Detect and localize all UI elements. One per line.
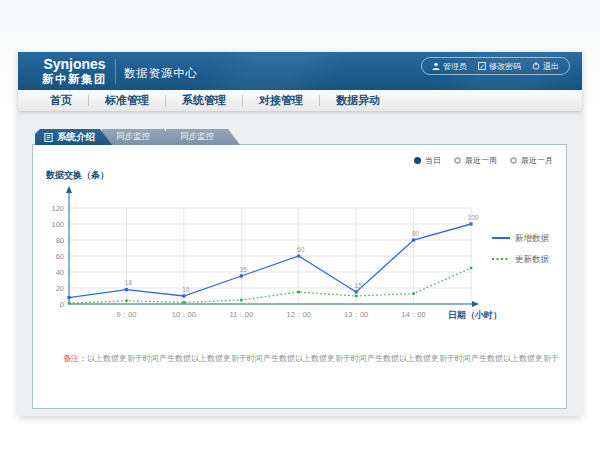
svg-text:0: 0 bbox=[60, 300, 64, 309]
change-password-button[interactable]: 修改密码 bbox=[478, 61, 521, 72]
power-icon bbox=[532, 62, 540, 70]
user-menu: 管理员 修改密码 退出 bbox=[421, 57, 570, 75]
tab-sync-monitor-2[interactable]: 同步监控 bbox=[166, 129, 240, 145]
footnote: 备注：以上数据更新于时间产生数据以上数据更新于时间产生数据以上数据更新于时间产生… bbox=[63, 353, 559, 364]
edit-icon bbox=[478, 62, 486, 70]
brand-logo-cn: 新中新集团 bbox=[42, 73, 107, 85]
nav-item-integration-mgmt[interactable]: 对接管理 bbox=[243, 93, 319, 108]
svg-text:40: 40 bbox=[56, 268, 64, 277]
app-window: Synjones 新中新集团 数据资源中心 管理员 修改密码 退出 bbox=[18, 52, 582, 416]
svg-text:日期（小时）: 日期（小时） bbox=[448, 310, 502, 320]
svg-text:60: 60 bbox=[297, 246, 305, 253]
svg-text:10：00: 10：00 bbox=[172, 310, 196, 319]
svg-text:11：00: 11：00 bbox=[229, 310, 253, 319]
document-icon bbox=[44, 133, 53, 142]
svg-text:18: 18 bbox=[125, 279, 133, 286]
svg-text:100: 100 bbox=[51, 220, 64, 229]
header-divider bbox=[115, 59, 116, 84]
brand-logo-en: Synjones bbox=[42, 57, 107, 71]
svg-text:10: 10 bbox=[182, 286, 190, 293]
svg-text:20: 20 bbox=[56, 284, 64, 293]
svg-text:新增数据: 新增数据 bbox=[515, 233, 550, 243]
chart-panel: 当日 最近一周 最近一月 数据交换（条） 0204060801001209：00… bbox=[32, 144, 567, 409]
time-filter-last-week[interactable]: 最近一周 bbox=[454, 155, 497, 166]
time-filter-group: 当日 最近一周 最近一月 bbox=[414, 155, 553, 166]
nav-item-data-change[interactable]: 数据异动 bbox=[320, 93, 396, 108]
content-area: 系统介绍 同步监控 同步监控 当日 最近一周 bbox=[18, 112, 582, 416]
user-icon bbox=[432, 62, 440, 70]
svg-text:13：00: 13：00 bbox=[344, 310, 368, 319]
main-nav: 首页 标准管理 系统管理 对接管理 数据异动 bbox=[18, 90, 582, 112]
tab-system-intro[interactable]: 系统介绍 bbox=[35, 129, 112, 145]
footnote-text: 以上数据更新于时间产生数据以上数据更新于时间产生数据以上数据更新于时间产生数据以… bbox=[87, 354, 559, 363]
svg-text:100: 100 bbox=[468, 214, 479, 221]
svg-text:80: 80 bbox=[412, 230, 420, 237]
svg-text:14：00: 14：00 bbox=[401, 310, 425, 319]
line-chart: 0204060801001209：0010：0011：0012：0013：001… bbox=[33, 181, 566, 333]
page-background: Synjones 新中新集团 数据资源中心 管理员 修改密码 退出 bbox=[0, 0, 600, 450]
svg-text:15: 15 bbox=[355, 282, 363, 289]
radio-unselected-icon bbox=[510, 157, 517, 164]
svg-text:12：00: 12：00 bbox=[287, 310, 311, 319]
svg-text:35: 35 bbox=[240, 266, 248, 273]
svg-text:更新数据: 更新数据 bbox=[515, 254, 550, 264]
tab-sync-monitor-1[interactable]: 同步监控 bbox=[102, 129, 176, 145]
app-header: Synjones 新中新集团 数据资源中心 管理员 修改密码 退出 bbox=[18, 52, 582, 90]
time-filter-last-month[interactable]: 最近一月 bbox=[510, 155, 553, 166]
header-decor bbox=[170, 52, 366, 90]
svg-text:60: 60 bbox=[56, 252, 64, 261]
nav-item-standard-mgmt[interactable]: 标准管理 bbox=[89, 93, 165, 108]
radio-unselected-icon bbox=[454, 157, 461, 164]
page-title: 数据资源中心 bbox=[124, 66, 198, 81]
footnote-label: 备注： bbox=[63, 354, 87, 363]
svg-text:9：00: 9：00 bbox=[116, 310, 136, 319]
svg-text:120: 120 bbox=[51, 204, 64, 213]
tab-bar: 系统介绍 同步监控 同步监控 bbox=[35, 129, 240, 145]
time-filter-today[interactable]: 当日 bbox=[414, 155, 441, 166]
nav-item-home[interactable]: 首页 bbox=[34, 93, 88, 108]
brand-logo: Synjones 新中新集团 bbox=[42, 57, 107, 85]
nav-item-system-mgmt[interactable]: 系统管理 bbox=[166, 93, 242, 108]
svg-text:80: 80 bbox=[56, 236, 64, 245]
logout-button[interactable]: 退出 bbox=[532, 61, 559, 72]
user-account-button[interactable]: 管理员 bbox=[432, 61, 467, 72]
radio-selected-icon bbox=[414, 157, 421, 164]
